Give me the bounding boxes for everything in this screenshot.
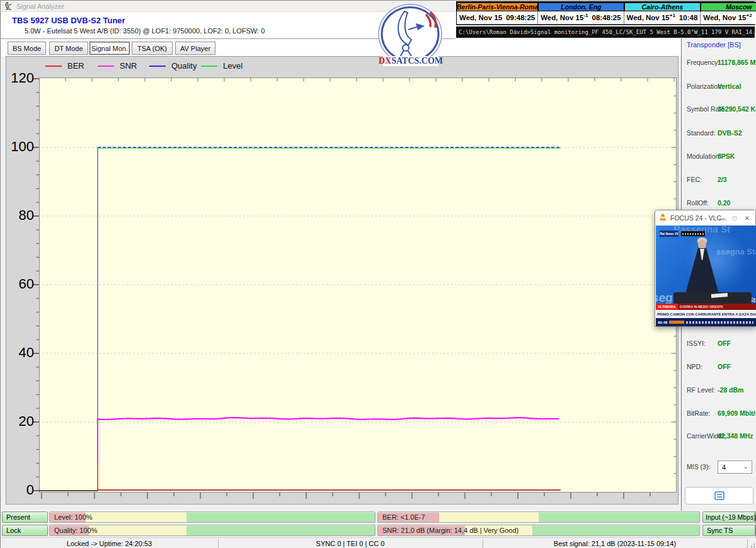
tab-av-player[interactable]: AV Player (175, 42, 215, 55)
tab-tsa[interactable]: TSA (OK) (132, 42, 173, 55)
clock-date: Wed, Nov 15 (459, 14, 502, 21)
list-icon (714, 491, 724, 500)
clock-city-moscow: Moscow (701, 2, 756, 11)
sidebar-title: Transponder [BS] (687, 41, 741, 49)
snr-progress-bar: SNR: 21,0 dB (Margin: 14,4 dB | Very Goo… (377, 525, 700, 536)
sidebar-row-value: 69,909 Mbit/s (718, 409, 756, 417)
sidebar-row: CarrierWidth:42,348 MHz (682, 432, 756, 442)
sidebar-row-value: 8PSK (718, 152, 735, 160)
sidebar-row: NPD:OFF (682, 363, 756, 373)
clock-date: Wed, Nov 15 (703, 14, 746, 21)
headline-banner: PRIMO CAMION CON CARBURANTE ENTRA A GAZA… (656, 310, 756, 318)
mis-dropdown[interactable]: 4 ⌄ (718, 460, 752, 474)
clock-city-berlin: Berlin-Paris-Vienna-Roma (457, 2, 538, 11)
tab-dt-mode[interactable]: DT Mode (49, 42, 88, 55)
app-dish-icon (4, 2, 13, 10)
clock-utc-offset: +1 (670, 13, 675, 18)
y-axis-tick-label: 120 (6, 71, 34, 86)
sidebar-row-value: OFF (718, 340, 731, 347)
y-axis-tick-label: 0 (6, 482, 34, 498)
signal-monitor-panel: BER SNR Quality Level 020406080100120 (6, 56, 679, 505)
status-badge-lock: Lock (2, 525, 48, 536)
sidebar-row: Polarization:Vertical (682, 83, 756, 93)
sidebar-row-label: Frequency: (687, 59, 720, 66)
sidebar-row-label: FEC: (687, 176, 702, 183)
resize-grip[interactable] (753, 544, 755, 545)
sidebar-row-value: 11178,865 MHz (718, 59, 756, 66)
clock-berlin: Wed, Nov 15 09:48:25 (457, 11, 538, 25)
sidebar-row-label: Standard: (687, 129, 716, 137)
vlc-cone-icon (658, 214, 667, 222)
watermark-text: ssegna Sta (716, 247, 756, 256)
status-badge-input: Input (~19 Mbps) (702, 511, 755, 523)
signal-analyzer-window: Signal Analyzer TBS 5927 USB DVB-S2 Tune… (0, 0, 756, 548)
vlc-close-button[interactable]: ✕ (742, 210, 753, 225)
y-axis-tick-label: 60 (6, 277, 34, 292)
quality-bar-label: Quality: 100% (54, 527, 97, 534)
channel-badge (681, 231, 705, 236)
breaking-label: ULTIMORA (656, 304, 678, 310)
world-clocks: Berlin-Paris-Vienna-Roma London, Eng Cai… (456, 1, 755, 25)
snr-bar-label: SNR: 21,0 dB (Margin: 14,4 dB | Very Goo… (382, 527, 518, 534)
window-title: Signal Analyzer (16, 3, 64, 10)
sidebar-row: RollOff:0.20 (682, 199, 756, 209)
ticker-time: 00:48 (656, 321, 669, 324)
sidebar-row-label: RF Level: (687, 386, 715, 394)
ticker-highlight (669, 321, 684, 324)
clock-city-cairo: Cairo-Athens (624, 2, 701, 11)
mis-label: MIS (3): (687, 463, 710, 471)
y-axis-tick-label: 40 (6, 345, 34, 360)
clock-time: 10:48 (679, 14, 697, 21)
vlc-minimize-button[interactable]: — (716, 210, 728, 225)
sidebar-row-label: Modulation: (687, 152, 721, 160)
clock-london: Wed, Nov 15 -1 08:48:25 (538, 11, 624, 25)
sidebar-stream-button[interactable] (685, 487, 753, 505)
dxsatcs-logo: DXSATCS.COM (377, 3, 445, 67)
statusbar-uptime: Locked -> Uptime: 24:20:53 (1, 539, 218, 548)
sidebar-row: Modulation:8PSK (682, 152, 756, 163)
breaking-banner: ULTIMORA GUERRA IN MEDIO ORIENTE (656, 304, 756, 310)
sidebar-row: BitRate:69,909 Mbit/s (682, 409, 756, 420)
tab-bs-mode[interactable]: BS Mode (8, 42, 46, 55)
sidebar-row-label: BitRate: (687, 409, 710, 417)
logo-text: DXSATCS.COM (379, 56, 443, 66)
channel-logo: Rai News 24 (660, 231, 679, 237)
sidebar-row: RF Level:-28 dBm (682, 386, 756, 396)
statusbar-sync-counters: SYNC 0 | TEI 0 | CC 0 (218, 539, 483, 548)
ber-bar-label: BER: <1.0E-7 (382, 513, 425, 521)
tab-signal-mon[interactable]: Signal Mon. (89, 42, 130, 55)
clock-time: 08:48:25 (592, 14, 621, 21)
vlc-video-area[interactable]: Rassegna St ssegna Sta segna St Rassegna… (656, 225, 756, 326)
sidebar-row-value: -28 dBm (718, 386, 743, 394)
vlc-maximize-button[interactable]: □ (729, 210, 740, 225)
y-axis-tick-label: 80 (6, 208, 34, 223)
sidebar-row-label: ISSYI: (687, 340, 706, 347)
sidebar-row-value: DVB-S2 (718, 129, 742, 137)
status-badge-present: Present (2, 511, 48, 523)
clock-moscow: Wed, Nov 15 +2 11:48 (701, 11, 756, 25)
sidebar-row-value: 2/3 (718, 176, 727, 183)
sidebar-row: FEC:2/3 (682, 176, 756, 186)
sidebar-row: ISSYI:OFF (682, 340, 756, 350)
statusbar-best-signal: Best signal: 21,1 dB (2023-11-15 09:14) (483, 539, 747, 548)
sidebar-row-value: Vertical (718, 83, 741, 90)
tuner-title: TBS 5927 USB DVB-S2 Tuner (12, 16, 125, 25)
sidebar-row: Standard:DVB-S2 (682, 129, 756, 139)
statusbar-separator (747, 539, 748, 548)
news-anchor-head (698, 240, 706, 249)
clock-city-london: London, Eng (538, 2, 624, 11)
level-bar-label: Level: 100% (54, 513, 93, 521)
sidebar-row-value: OFF (718, 363, 731, 370)
clock-utc-offset: +2 (746, 13, 752, 18)
level-progress-bar: Level: 100% (49, 511, 375, 523)
sidebar-row-value: 42,348 MHz (718, 432, 753, 440)
sidebar-row-label: RollOff: (687, 199, 709, 207)
vlc-titlebar[interactable]: FOCUS 24 - VLC... — □ ✕ (655, 210, 755, 225)
sidebar-row-value: 0.20 (718, 199, 730, 207)
sidebar-row-label: NPD: (687, 363, 702, 370)
clock-utc-offset: -1 (583, 13, 588, 18)
vlc-window[interactable]: FOCUS 24 - VLC... — □ ✕ Rassegna St sseg… (655, 210, 756, 327)
signal-chart (6, 57, 679, 505)
clock-date: Wed, Nov 15 (627, 14, 670, 21)
sidebar-row-value: 35290,542 KS/s (718, 105, 756, 113)
